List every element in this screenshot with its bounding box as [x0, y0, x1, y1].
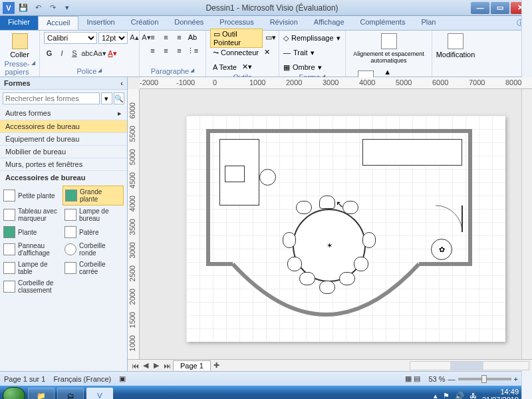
- furniture-chair[interactable]: [319, 196, 335, 209]
- align-bottom-icon[interactable]: ≡: [174, 32, 186, 43]
- furniture-chair[interactable]: [319, 281, 335, 294]
- drawing-canvas[interactable]: ✶ ✿: [140, 89, 532, 359]
- status-language[interactable]: Français (France): [53, 375, 111, 383]
- tray-volume-icon[interactable]: 🔊: [455, 392, 464, 400]
- qat-dropdown-icon[interactable]: ▾: [61, 2, 73, 14]
- redo-icon[interactable]: ↷: [47, 2, 59, 14]
- underline-button[interactable]: S: [69, 48, 80, 59]
- grow-font-icon[interactable]: A▴: [129, 32, 140, 43]
- first-page-icon[interactable]: ⏮: [130, 361, 140, 370]
- shadow-button[interactable]: ▦ Ombre ▾: [283, 61, 341, 73]
- category-accessoires[interactable]: Accessoires de bureau: [0, 120, 127, 133]
- furniture-sofa[interactable]: [362, 139, 462, 166]
- shape-corbeille-classement[interactable]: Corbeille de classement: [1, 277, 63, 296]
- align-top-icon[interactable]: ≡: [147, 32, 159, 43]
- tab-creation[interactable]: Création: [123, 16, 167, 30]
- bold-button[interactable]: G: [44, 48, 55, 59]
- category-equipement[interactable]: Équipement de bureau: [0, 133, 127, 146]
- shape-corbeille-ronde[interactable]: Corbeille ronde: [63, 240, 124, 259]
- tray-flag-icon[interactable]: ⚑: [443, 392, 450, 400]
- shape-plante[interactable]: Plante: [1, 224, 63, 240]
- category-murs[interactable]: Murs, portes et fenêtres: [0, 158, 127, 171]
- shape-panneau-affichage[interactable]: Panneau d'affichage: [1, 240, 63, 259]
- pointer-tool-button[interactable]: ▭ Outil Pointeur: [210, 29, 263, 48]
- align-middle-icon[interactable]: ≡: [160, 32, 172, 43]
- visio-icon[interactable]: V: [3, 2, 15, 14]
- tab-insertion[interactable]: Insertion: [78, 16, 122, 30]
- taskbar-explorer[interactable]: 📁: [28, 388, 55, 399]
- align-left-icon[interactable]: ≡: [147, 45, 159, 56]
- start-button[interactable]: [3, 387, 25, 399]
- orientation-icon[interactable]: Ab: [187, 32, 199, 43]
- taskbar-folder[interactable]: 🗂: [57, 388, 84, 399]
- furniture-chair-desk[interactable]: [259, 169, 276, 186]
- shape-grande-plante[interactable]: Grande plante: [63, 186, 124, 205]
- prev-page-icon[interactable]: ◀: [141, 361, 150, 370]
- shape-petite-plante[interactable]: Petite plante: [1, 186, 63, 205]
- minimize-button[interactable]: ―: [471, 2, 489, 14]
- last-page-icon[interactable]: ⏭: [162, 361, 172, 370]
- tab-affichage[interactable]: Affichage: [306, 16, 352, 30]
- tray-show-hidden-icon[interactable]: ▴: [434, 392, 438, 400]
- paste-button[interactable]: Coller: [4, 32, 35, 60]
- shape-tableau-marqueur[interactable]: Tableau avec marqueur: [1, 205, 63, 224]
- line-button[interactable]: ― Trait ▾: [283, 47, 341, 59]
- tab-accueil[interactable]: Accueil: [38, 16, 78, 30]
- font-name-select[interactable]: Calibri: [44, 32, 97, 44]
- furniture-round-table[interactable]: ✶: [293, 209, 366, 282]
- connector-x-icon[interactable]: ✕: [264, 48, 273, 57]
- search-button-icon[interactable]: 🔍: [114, 92, 125, 104]
- furniture-chair[interactable]: [362, 232, 376, 248]
- view-mode-icon[interactable]: ▦ ▤: [405, 374, 420, 383]
- zoom-value[interactable]: 53 %: [428, 375, 445, 383]
- taskbar-visio[interactable]: V: [86, 388, 113, 399]
- search-dropdown-icon[interactable]: ▾: [101, 92, 112, 104]
- tray-network-icon[interactable]: 🖧: [469, 392, 477, 399]
- undo-icon[interactable]: ↶: [32, 2, 44, 14]
- furniture-computer[interactable]: [225, 166, 245, 182]
- macro-record-icon[interactable]: ▣: [119, 374, 126, 383]
- furniture-chair[interactable]: [339, 272, 355, 285]
- floor-plan[interactable]: ✶ ✿: [206, 129, 472, 322]
- strike-button[interactable]: abc: [82, 48, 92, 59]
- furniture-chair[interactable]: [299, 272, 315, 285]
- italic-button[interactable]: I: [57, 48, 67, 59]
- collapse-panel-icon[interactable]: ‹: [120, 79, 123, 87]
- tab-donnees[interactable]: Données: [166, 16, 211, 30]
- furniture-chair[interactable]: [354, 257, 368, 271]
- next-page-icon[interactable]: ▶: [152, 361, 161, 370]
- connector-tool-button[interactable]: ⤳ Connecteur: [210, 48, 261, 58]
- page-tab-1[interactable]: Page 1: [173, 360, 211, 370]
- furniture-chair[interactable]: [296, 201, 312, 214]
- shapes-search-input[interactable]: [3, 92, 100, 104]
- bullets-icon[interactable]: ⋮≡: [187, 45, 199, 56]
- furniture-plant[interactable]: ✿: [431, 239, 452, 260]
- tray-date[interactable]: 21/07/2010: [482, 396, 519, 399]
- canvas-hscrollbar[interactable]: [410, 361, 529, 370]
- font-size-select[interactable]: 12pt: [98, 32, 128, 44]
- font-color-button[interactable]: A▾: [107, 48, 118, 59]
- new-page-icon[interactable]: ✚: [212, 361, 221, 370]
- zoom-in-icon[interactable]: +: [514, 375, 518, 383]
- canvas-vscrollbar[interactable]: [521, 89, 532, 359]
- tray-time[interactable]: 14:49: [482, 388, 519, 396]
- shape-lampe-table[interactable]: Lampe de table: [1, 259, 63, 277]
- tab-file[interactable]: Fichier: [0, 16, 38, 30]
- maximize-button[interactable]: ▭: [491, 2, 509, 14]
- shape-lampe-bureau[interactable]: Lampe de bureau: [63, 205, 124, 224]
- furniture-chair[interactable]: [342, 201, 358, 214]
- shape-corbeille-carree[interactable]: Corbeille carrée: [63, 259, 124, 277]
- fill-button[interactable]: ◇ Remplissage ▾: [283, 32, 341, 44]
- zoom-out-icon[interactable]: ―: [448, 375, 456, 383]
- align-center-icon[interactable]: ≡: [160, 45, 172, 56]
- tab-complements[interactable]: Compléments: [352, 16, 414, 30]
- align-right-icon[interactable]: ≡: [174, 45, 186, 56]
- text-tool-button[interactable]: A Texte: [210, 63, 239, 72]
- category-mobilier[interactable]: Mobilier de bureau: [0, 146, 127, 158]
- connection-point-icon[interactable]: ✕▾: [242, 63, 251, 72]
- tab-revision[interactable]: Révision: [262, 16, 306, 30]
- furniture-chair[interactable]: [287, 257, 302, 271]
- furniture-chair[interactable]: [283, 232, 296, 248]
- shape-patere[interactable]: Patère: [63, 224, 124, 240]
- editing-button[interactable]: Modification: [436, 32, 475, 60]
